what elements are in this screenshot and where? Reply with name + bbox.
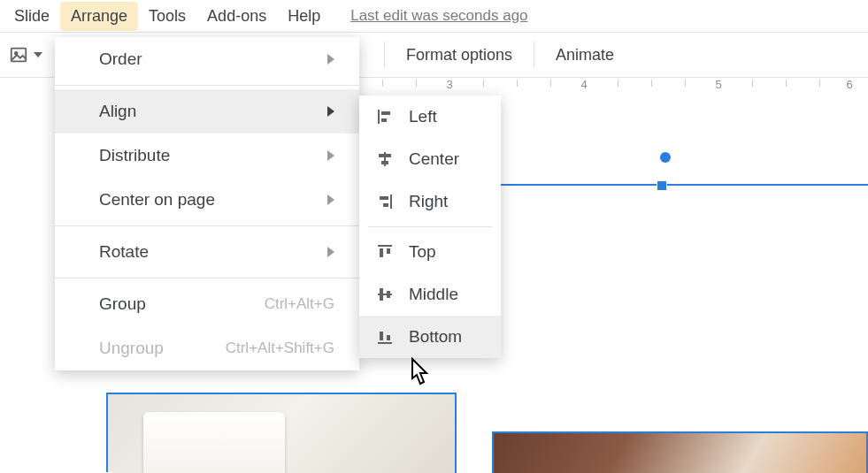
ruler-tick: 5 (715, 78, 721, 91)
menu-item-label: Align (99, 102, 136, 121)
submenu-arrow-icon (327, 54, 334, 65)
align-bottom[interactable]: Bottom (359, 316, 501, 358)
menu-separator (55, 278, 359, 278)
menu-item-align[interactable]: Align (55, 89, 359, 134)
menu-tools[interactable]: Tools (138, 2, 196, 31)
menu-item-label: Ungroup (99, 339, 164, 358)
submenu-arrow-icon (327, 195, 334, 205)
submenu-arrow-icon (327, 106, 334, 117)
menu-item-ungroup: Ungroup Ctrl+Alt+Shift+G (55, 326, 359, 370)
selected-image-2[interactable] (492, 431, 868, 473)
svg-rect-4 (381, 118, 387, 122)
menu-arrange[interactable]: Arrange (60, 2, 138, 31)
menu-help[interactable]: Help (277, 2, 331, 31)
align-top-icon (375, 243, 395, 261)
image-icon (9, 45, 28, 65)
align-middle-icon (375, 286, 395, 303)
last-edit-link[interactable]: Last edit was seconds ago (350, 7, 527, 25)
align-center-icon (375, 150, 395, 168)
menu-item-label: Center on page (99, 190, 215, 210)
toolbar-separator (384, 42, 385, 68)
toolbar-separator (534, 42, 534, 68)
svg-rect-18 (380, 332, 383, 340)
menu-separator (55, 85, 359, 86)
align-right-icon (375, 193, 395, 210)
selection-handle[interactable] (657, 180, 667, 191)
menu-slide[interactable]: Slide (4, 2, 60, 31)
menu-item-label: Order (99, 50, 142, 69)
svg-rect-7 (381, 161, 388, 164)
align-center[interactable]: Center (359, 138, 501, 180)
align-submenu: Left Center Right Top Middle Bottom (359, 95, 501, 358)
menu-item-shortcut: Ctrl+Alt+G (265, 295, 334, 313)
menu-item-label: Distribute (99, 146, 170, 165)
svg-rect-13 (387, 248, 390, 254)
svg-rect-11 (378, 245, 392, 247)
menu-item-label: Center (409, 149, 459, 169)
menu-item-label: Right (409, 192, 448, 211)
menu-addons[interactable]: Add-ons (196, 2, 277, 31)
svg-rect-17 (378, 342, 392, 344)
animate-button[interactable]: Animate (543, 41, 626, 70)
menu-item-distribute[interactable]: Distribute (55, 134, 359, 178)
arrange-dropdown: Order Align Distribute Center on page Ro… (55, 37, 359, 370)
menu-item-rotate[interactable]: Rotate (55, 230, 359, 274)
menu-item-label: Bottom (409, 327, 462, 347)
svg-rect-15 (380, 288, 383, 301)
menu-item-group[interactable]: Group Ctrl+Alt+G (55, 282, 359, 326)
submenu-arrow-icon (327, 247, 334, 257)
svg-rect-6 (379, 154, 391, 157)
align-right[interactable]: Right (359, 180, 501, 223)
align-middle[interactable]: Middle (359, 273, 501, 316)
ruler-tick: 6 (846, 78, 852, 91)
align-top[interactable]: Top (359, 231, 501, 273)
ruler-tick: 3 (446, 78, 452, 91)
align-left-icon (375, 108, 395, 126)
align-bottom-icon (375, 328, 395, 346)
svg-rect-3 (381, 111, 390, 115)
menu-item-label: Group (99, 294, 146, 314)
align-left[interactable]: Left (359, 95, 501, 138)
svg-rect-9 (380, 196, 388, 200)
svg-rect-16 (387, 291, 390, 298)
image-tool-button[interactable] (4, 42, 48, 68)
svg-rect-8 (390, 195, 392, 209)
svg-rect-12 (380, 248, 383, 257)
menu-item-center-on-page[interactable]: Center on page (55, 178, 359, 222)
svg-rect-19 (387, 335, 390, 340)
submenu-arrow-icon (327, 150, 334, 161)
svg-rect-2 (378, 110, 380, 124)
menu-item-label: Top (409, 242, 436, 262)
menu-item-label: Middle (409, 285, 458, 304)
format-options-button[interactable]: Format options (394, 41, 525, 70)
selected-image-1[interactable] (106, 393, 457, 473)
menu-item-shortcut: Ctrl+Alt+Shift+G (226, 339, 334, 357)
menu-separator (368, 226, 492, 227)
menu-item-label: Left (409, 107, 437, 126)
menu-item-order[interactable]: Order (55, 37, 359, 81)
menu-separator (55, 225, 359, 226)
ruler-tick: 4 (580, 78, 587, 91)
menu-item-label: Rotate (99, 242, 149, 262)
rotation-handle[interactable] (660, 152, 671, 163)
menu-bar: Slide Arrange Tools Add-ons Help Last ed… (0, 0, 868, 32)
svg-rect-10 (383, 203, 388, 207)
caret-down-icon (34, 52, 42, 57)
